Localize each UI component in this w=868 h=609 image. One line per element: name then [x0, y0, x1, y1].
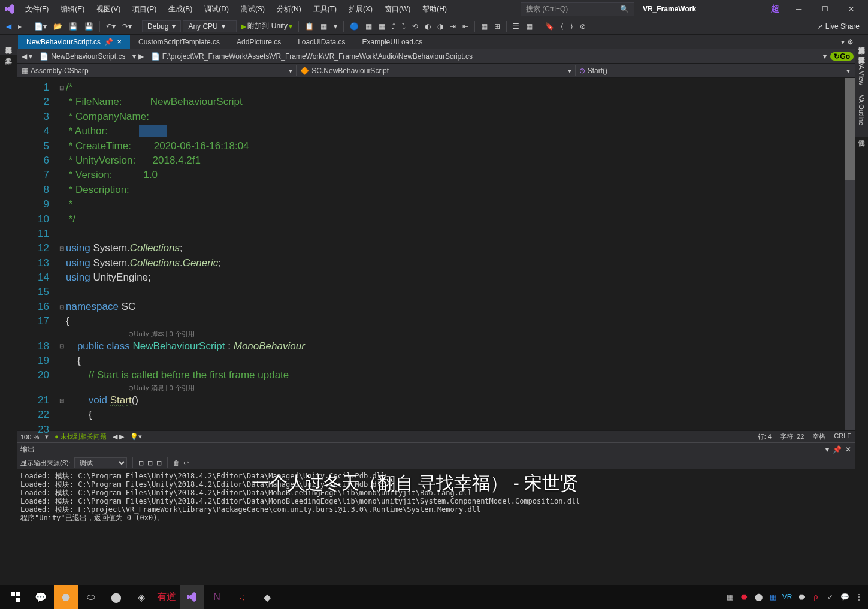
- scroll-thumb[interactable]: [845, 78, 855, 180]
- indent-mode[interactable]: 空格: [812, 432, 825, 441]
- youdao-icon[interactable]: 有道: [155, 585, 179, 609]
- tray-expand[interactable]: ⋮: [854, 592, 864, 602]
- solution-explorer-tab[interactable]: 解决方案资源管理器: [856, 40, 867, 44]
- va-outline-tab[interactable]: VA Outline: [857, 92, 866, 128]
- project-dropdown[interactable]: ▦ Assembly-CSharp▾: [18, 65, 297, 76]
- tb-icon-5[interactable]: ▦: [363, 21, 374, 32]
- file-nav-back[interactable]: ◀ ▾: [18, 51, 36, 62]
- tb-icon-14[interactable]: ▦: [479, 21, 490, 32]
- undo-button[interactable]: ↶▾: [104, 21, 118, 32]
- maximize-button[interactable]: ☐: [812, 1, 838, 17]
- output-dropdown-icon[interactable]: ▾: [825, 445, 829, 454]
- output-pin-icon[interactable]: 📌: [833, 445, 842, 454]
- tab-customscripttemplate[interactable]: CustomScriptTemplate.cs: [130, 35, 228, 49]
- close-icon[interactable]: ✕: [117, 38, 122, 45]
- team-explorer-tab[interactable]: 团队资源管理器: [856, 49, 867, 54]
- tab-settings-icon[interactable]: ⚙: [847, 38, 854, 46]
- menu-analyze[interactable]: 分析(N): [272, 2, 306, 17]
- unity-editor-icon[interactable]: ◆: [255, 585, 279, 609]
- onenote-icon[interactable]: N: [205, 585, 229, 609]
- tb-icon-1[interactable]: 📋: [303, 21, 316, 32]
- vertical-scrollbar[interactable]: [845, 78, 855, 430]
- tray-6[interactable]: ⬣: [796, 592, 807, 602]
- tb-icon-2[interactable]: ▦: [318, 21, 329, 32]
- menu-help[interactable]: 帮助(H): [418, 2, 452, 17]
- tray-4[interactable]: ▦: [767, 592, 778, 602]
- vs-icon[interactable]: ⬤: [104, 585, 128, 609]
- menu-extensions[interactable]: 扩展(X): [344, 2, 377, 17]
- tb-icon-10[interactable]: ◐: [422, 21, 433, 32]
- tb-icon-12[interactable]: ⇥: [447, 21, 458, 32]
- save-all-button[interactable]: 💾: [82, 21, 96, 32]
- minimize-button[interactable]: ─: [785, 1, 812, 17]
- tray-2[interactable]: ⬣: [739, 592, 749, 602]
- menu-tools[interactable]: 工具(T): [309, 2, 341, 17]
- tray-3[interactable]: ⬤: [753, 592, 764, 602]
- tb-icon-17[interactable]: ▦: [524, 21, 535, 32]
- output-tb-1[interactable]: ⊟: [138, 459, 144, 467]
- close-button[interactable]: ✕: [838, 1, 864, 17]
- file-path[interactable]: 📄 F:\project\VR_FrameWork\Assets\VR_Fram…: [147, 51, 820, 62]
- light-bulb-icon[interactable]: 💡▾: [130, 433, 142, 441]
- tray-5[interactable]: VR: [782, 592, 793, 602]
- member-dropdown[interactable]: ⊙ Start()▾: [576, 65, 854, 76]
- tb-icon-20[interactable]: ⊘: [577, 21, 588, 32]
- nav-back-button[interactable]: ◀: [4, 21, 14, 32]
- tb-icon-11[interactable]: ◑: [435, 21, 446, 32]
- va-view-tab[interactable]: VA View: [857, 59, 866, 88]
- tb-icon-13[interactable]: ⇤: [460, 21, 471, 32]
- menu-test[interactable]: 测试(S): [236, 2, 270, 17]
- menu-edit[interactable]: 编辑(E): [56, 2, 89, 17]
- platform-dropdown[interactable]: Any CPU▾: [183, 20, 237, 32]
- code-editor[interactable]: 1234567891011121314151617181920212223 ⊟⊟…: [17, 78, 855, 430]
- tb-icon-16[interactable]: ☰: [510, 21, 522, 32]
- va-badge[interactable]: 超: [765, 4, 785, 14]
- tab-overflow-icon[interactable]: ▾: [841, 38, 845, 46]
- tb-icon-18[interactable]: ⟨: [558, 21, 566, 32]
- output-source-select[interactable]: 调试: [74, 457, 127, 468]
- pin-icon[interactable]: 📌: [104, 38, 113, 46]
- attach-unity-button[interactable]: ▶ 附加到 Unity ▾: [238, 20, 295, 32]
- search-input[interactable]: 搜索 (Ctrl+Q) 🔍: [521, 2, 634, 16]
- redo-button[interactable]: ↷▾: [120, 21, 134, 32]
- tray-8[interactable]: ✓: [825, 592, 836, 602]
- menu-project[interactable]: 项目(P): [128, 2, 161, 17]
- tab-exampleuiload[interactable]: ExampleUILoad.cs: [354, 35, 431, 49]
- tb-icon-7[interactable]: ⤴: [389, 21, 398, 32]
- file-nav-dd-arrow[interactable]: ▾ ▶: [129, 51, 147, 62]
- save-button[interactable]: 💾: [66, 21, 80, 32]
- unity-hub-icon[interactable]: ◈: [129, 585, 153, 609]
- tb-icon-4[interactable]: 🔵: [347, 21, 361, 32]
- net-icon[interactable]: ⬣: [54, 585, 78, 609]
- tb-icon-15[interactable]: ⊞: [492, 21, 503, 32]
- output-tb-3[interactable]: ⊟: [156, 459, 162, 467]
- output-tb-2[interactable]: ⊟: [147, 459, 153, 467]
- toolbox-tab[interactable]: 工具箱: [3, 50, 14, 55]
- tb-icon-3[interactable]: ▾: [331, 21, 340, 32]
- tray-7[interactable]: ρ: [810, 592, 821, 602]
- tray-1[interactable]: ▦: [724, 592, 735, 602]
- visual-studio-icon[interactable]: [180, 585, 204, 609]
- config-dropdown[interactable]: Debug▾: [142, 20, 181, 32]
- output-text[interactable]: Loaded: 模块: C:\Program Files\Unity\2018.…: [17, 469, 855, 521]
- tab-newbehaviourscript[interactable]: NewBehaviourScript.cs📌✕: [18, 35, 130, 49]
- live-share-button[interactable]: ↗ Live Share: [812, 22, 864, 31]
- code-area[interactable]: /* * FileName: NewBehaviourScript * Comp…: [66, 78, 845, 430]
- new-item-button[interactable]: 📄▾: [32, 21, 49, 32]
- properties-tab[interactable]: 属性: [856, 132, 867, 137]
- tb-icon-9[interactable]: ⟲: [410, 21, 421, 32]
- menu-build[interactable]: 生成(B): [164, 2, 197, 17]
- eol-mode[interactable]: CRLF: [834, 432, 851, 441]
- menu-file[interactable]: 文件(F): [20, 2, 53, 17]
- tb-icon-19[interactable]: ⟩: [568, 21, 576, 32]
- go-button[interactable]: ↻Go: [830, 52, 854, 61]
- server-explorer-tab[interactable]: 服务器资源管理器: [3, 40, 14, 44]
- menu-window[interactable]: 窗口(W): [380, 2, 415, 17]
- output-clear-icon[interactable]: 🗑: [173, 459, 180, 466]
- output-wrap-icon[interactable]: ↩: [183, 459, 189, 467]
- output-header[interactable]: 输出 ▾ 📌 ✕: [17, 443, 855, 456]
- nav-fwd-button[interactable]: ▸: [16, 21, 24, 32]
- output-close-icon[interactable]: ✕: [845, 445, 851, 454]
- menu-debug[interactable]: 调试(D): [199, 2, 234, 17]
- bookmark-icon[interactable]: 🔖: [543, 21, 557, 32]
